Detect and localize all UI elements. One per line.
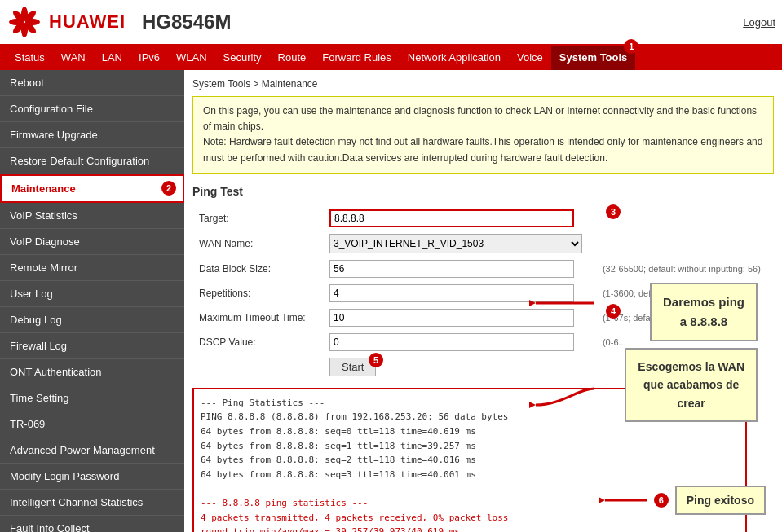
device-title: HG8546M bbox=[142, 11, 743, 33]
start-cell: Start 5 bbox=[323, 354, 599, 380]
nav-lan[interactable]: LAN bbox=[94, 46, 130, 70]
data-block-hint: (32-65500; default without inputting: 56… bbox=[599, 257, 774, 281]
nav-system-tools[interactable]: System Tools 1 bbox=[551, 46, 636, 70]
sidebar-item-voip-statistics[interactable]: VoIP Statistics bbox=[0, 203, 184, 229]
table-row: WAN Name: 3_VOIP_INTERNET_R_VID_1503 bbox=[192, 231, 774, 257]
table-row: Target: 3 bbox=[192, 206, 774, 231]
sidebar-item-tr069[interactable]: TR-069 bbox=[0, 411, 184, 437]
sidebar-item-fault-info[interactable]: Fault Info Collect bbox=[0, 516, 184, 532]
target-cell: 3 bbox=[323, 206, 599, 231]
logout-button[interactable]: Logout bbox=[743, 16, 775, 29]
nav-voice[interactable]: Voice bbox=[509, 46, 551, 70]
sidebar-item-time-setting[interactable]: Time Setting bbox=[0, 385, 184, 411]
badge-2: 2 bbox=[161, 181, 176, 196]
dscp-cell bbox=[323, 330, 599, 354]
wan-name-label: WAN Name: bbox=[192, 231, 323, 257]
nav-status[interactable]: Status bbox=[7, 46, 53, 70]
data-block-size-label: Data Block Size: bbox=[192, 257, 323, 281]
content-area: System Tools > Maintenance On this page,… bbox=[184, 70, 782, 532]
sidebar-item-voip-diagnose[interactable]: VoIP Diagnose bbox=[0, 229, 184, 255]
callout-wan: Escogemos la WANque acabamos decrear bbox=[625, 348, 758, 422]
target-input[interactable] bbox=[329, 209, 574, 227]
sidebar-item-modify-login[interactable]: Modify Login Password bbox=[0, 464, 184, 490]
ping-test-section: Ping Test Target: 3 WAN Name: 3_VOIP bbox=[192, 185, 774, 532]
breadcrumb: System Tools > Maintenance bbox=[192, 78, 774, 90]
dscp-label: DSCP Value: bbox=[192, 330, 323, 354]
start-label bbox=[192, 354, 323, 380]
ping-success-annotation: 6 Ping exitoso bbox=[599, 486, 766, 515]
huawei-logo-icon bbox=[7, 4, 42, 40]
timeout-input[interactable] bbox=[329, 309, 574, 327]
timeout-cell: 4 bbox=[323, 306, 599, 330]
header: HUAWEI HG8546M Logout bbox=[0, 0, 782, 46]
badge-6: 6 bbox=[654, 493, 669, 508]
sidebar-item-user-log[interactable]: User Log bbox=[0, 281, 184, 307]
nav-network-application[interactable]: Network Application bbox=[400, 46, 509, 70]
nav-bar: Status WAN LAN IPv6 WLAN Security Route … bbox=[0, 46, 782, 70]
logo-area: HUAWEI bbox=[7, 4, 126, 40]
info-box: On this page, you can use the maintenanc… bbox=[192, 96, 774, 174]
arrow-left-icon bbox=[599, 488, 647, 512]
brand-label: HUAWEI bbox=[49, 11, 126, 33]
repetitions-input[interactable] bbox=[329, 284, 574, 302]
table-row: Data Block Size: (32-65500; default with… bbox=[192, 257, 774, 281]
sidebar-item-debug-log[interactable]: Debug Log bbox=[0, 307, 184, 333]
sidebar-item-intelligent-channel[interactable]: Intelligent Channel Statistics bbox=[0, 490, 184, 516]
timeout-label: Maximum Timeout Time: bbox=[192, 306, 323, 330]
ping-section-title: Ping Test bbox=[192, 185, 774, 198]
sidebar-item-advanced-power[interactable]: Advanced Power Management bbox=[0, 437, 184, 464]
target-label: Target: bbox=[192, 206, 323, 231]
dscp-input[interactable] bbox=[329, 333, 574, 351]
sidebar-item-restore-default[interactable]: Restore Default Configuration bbox=[0, 148, 184, 174]
nav-route[interactable]: Route bbox=[270, 46, 315, 70]
sidebar-item-configuration-file[interactable]: Configuration File bbox=[0, 96, 184, 122]
badge-3: 3 bbox=[606, 204, 621, 219]
nav-forward-rules[interactable]: Forward Rules bbox=[314, 46, 400, 70]
wan-name-cell: 3_VOIP_INTERNET_R_VID_1503 bbox=[323, 231, 599, 257]
nav-security[interactable]: Security bbox=[215, 46, 270, 70]
badge-1: 1 bbox=[624, 39, 638, 54]
sidebar: Reboot Configuration File Firmware Upgra… bbox=[0, 70, 184, 532]
sidebar-item-firewall-log[interactable]: Firewall Log bbox=[0, 333, 184, 359]
nav-wan[interactable]: WAN bbox=[53, 46, 94, 70]
nav-ipv6[interactable]: IPv6 bbox=[130, 46, 168, 70]
sidebar-item-maintenance[interactable]: Maintenance 2 bbox=[0, 174, 184, 203]
main-layout: Reboot Configuration File Firmware Upgra… bbox=[0, 70, 782, 532]
repetitions-label: Repetitions: bbox=[192, 281, 323, 306]
callout-ping-exitoso: Ping exitoso bbox=[675, 486, 766, 515]
sidebar-item-ont-auth[interactable]: ONT Authentication bbox=[0, 359, 184, 385]
wan-name-select[interactable]: 3_VOIP_INTERNET_R_VID_1503 bbox=[329, 234, 582, 253]
badge-4: 4 bbox=[606, 304, 621, 319]
target-hint bbox=[599, 206, 774, 231]
sidebar-item-reboot[interactable]: Reboot bbox=[0, 70, 184, 96]
wan-hint bbox=[599, 231, 774, 257]
nav-wlan[interactable]: WLAN bbox=[168, 46, 215, 70]
sidebar-item-remote-mirror[interactable]: Remote Mirror bbox=[0, 255, 184, 281]
badge-5: 5 bbox=[369, 353, 383, 367]
sidebar-item-firmware-upgrade[interactable]: Firmware Upgrade bbox=[0, 122, 184, 148]
repetitions-cell bbox=[323, 281, 599, 306]
callout-ping-target: Daremos pinga 8.8.8.8 bbox=[650, 283, 758, 341]
data-block-size-cell bbox=[323, 257, 599, 281]
data-block-size-input[interactable] bbox=[329, 260, 574, 278]
ping-stats: --- 8.8.8.8 ping statistics --- 4 packet… bbox=[201, 498, 509, 532]
